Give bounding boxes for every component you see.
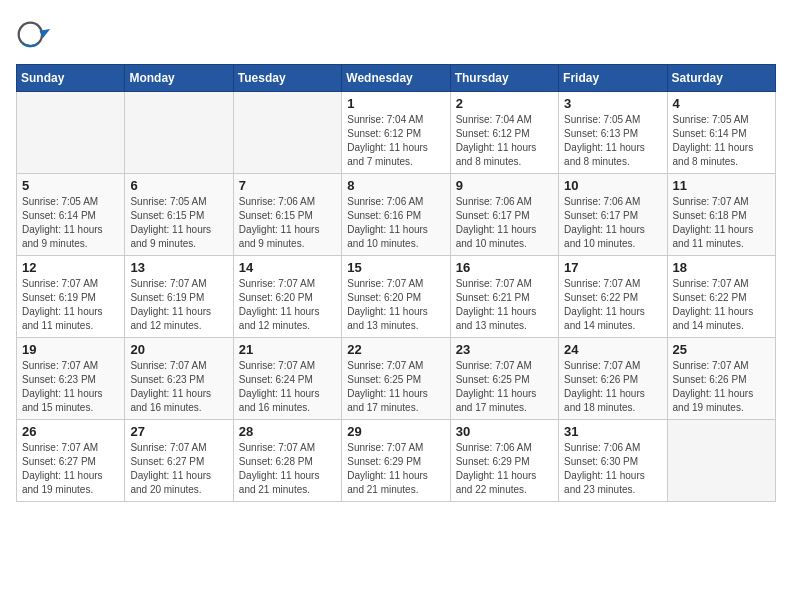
day-number: 18 [673, 260, 770, 275]
day-info: Sunrise: 7:07 AM Sunset: 6:20 PM Dayligh… [347, 277, 444, 333]
day-header-wednesday: Wednesday [342, 65, 450, 92]
day-info: Sunrise: 7:06 AM Sunset: 6:17 PM Dayligh… [564, 195, 661, 251]
day-info: Sunrise: 7:07 AM Sunset: 6:23 PM Dayligh… [130, 359, 227, 415]
calendar-cell [667, 420, 775, 502]
calendar-cell: 24Sunrise: 7:07 AM Sunset: 6:26 PM Dayli… [559, 338, 667, 420]
day-info: Sunrise: 7:06 AM Sunset: 6:29 PM Dayligh… [456, 441, 553, 497]
day-number: 13 [130, 260, 227, 275]
day-number: 24 [564, 342, 661, 357]
day-info: Sunrise: 7:07 AM Sunset: 6:19 PM Dayligh… [22, 277, 119, 333]
calendar-cell: 4Sunrise: 7:05 AM Sunset: 6:14 PM Daylig… [667, 92, 775, 174]
day-number: 2 [456, 96, 553, 111]
calendar-cell: 10Sunrise: 7:06 AM Sunset: 6:17 PM Dayli… [559, 174, 667, 256]
calendar-cell: 17Sunrise: 7:07 AM Sunset: 6:22 PM Dayli… [559, 256, 667, 338]
calendar-table: SundayMondayTuesdayWednesdayThursdayFrid… [16, 64, 776, 502]
calendar-cell: 15Sunrise: 7:07 AM Sunset: 6:20 PM Dayli… [342, 256, 450, 338]
calendar-cell: 8Sunrise: 7:06 AM Sunset: 6:16 PM Daylig… [342, 174, 450, 256]
day-info: Sunrise: 7:07 AM Sunset: 6:21 PM Dayligh… [456, 277, 553, 333]
day-info: Sunrise: 7:06 AM Sunset: 6:17 PM Dayligh… [456, 195, 553, 251]
day-info: Sunrise: 7:07 AM Sunset: 6:25 PM Dayligh… [347, 359, 444, 415]
calendar-week-row: 1Sunrise: 7:04 AM Sunset: 6:12 PM Daylig… [17, 92, 776, 174]
day-info: Sunrise: 7:07 AM Sunset: 6:27 PM Dayligh… [22, 441, 119, 497]
day-info: Sunrise: 7:07 AM Sunset: 6:20 PM Dayligh… [239, 277, 336, 333]
calendar-cell: 29Sunrise: 7:07 AM Sunset: 6:29 PM Dayli… [342, 420, 450, 502]
calendar-cell [125, 92, 233, 174]
day-number: 27 [130, 424, 227, 439]
calendar-cell: 7Sunrise: 7:06 AM Sunset: 6:15 PM Daylig… [233, 174, 341, 256]
day-header-tuesday: Tuesday [233, 65, 341, 92]
day-info: Sunrise: 7:05 AM Sunset: 6:14 PM Dayligh… [22, 195, 119, 251]
day-header-monday: Monday [125, 65, 233, 92]
calendar-cell [17, 92, 125, 174]
day-info: Sunrise: 7:07 AM Sunset: 6:26 PM Dayligh… [673, 359, 770, 415]
day-info: Sunrise: 7:06 AM Sunset: 6:30 PM Dayligh… [564, 441, 661, 497]
calendar-cell: 9Sunrise: 7:06 AM Sunset: 6:17 PM Daylig… [450, 174, 558, 256]
day-number: 11 [673, 178, 770, 193]
day-number: 9 [456, 178, 553, 193]
calendar-header-row: SundayMondayTuesdayWednesdayThursdayFrid… [17, 65, 776, 92]
day-info: Sunrise: 7:05 AM Sunset: 6:14 PM Dayligh… [673, 113, 770, 169]
day-info: Sunrise: 7:07 AM Sunset: 6:18 PM Dayligh… [673, 195, 770, 251]
calendar-cell: 22Sunrise: 7:07 AM Sunset: 6:25 PM Dayli… [342, 338, 450, 420]
calendar-cell: 27Sunrise: 7:07 AM Sunset: 6:27 PM Dayli… [125, 420, 233, 502]
calendar-cell: 5Sunrise: 7:05 AM Sunset: 6:14 PM Daylig… [17, 174, 125, 256]
day-number: 8 [347, 178, 444, 193]
day-number: 29 [347, 424, 444, 439]
calendar-cell [233, 92, 341, 174]
calendar-cell: 14Sunrise: 7:07 AM Sunset: 6:20 PM Dayli… [233, 256, 341, 338]
day-number: 26 [22, 424, 119, 439]
day-number: 22 [347, 342, 444, 357]
day-info: Sunrise: 7:07 AM Sunset: 6:28 PM Dayligh… [239, 441, 336, 497]
day-number: 23 [456, 342, 553, 357]
logo-icon [16, 20, 52, 56]
day-info: Sunrise: 7:04 AM Sunset: 6:12 PM Dayligh… [456, 113, 553, 169]
calendar-cell: 16Sunrise: 7:07 AM Sunset: 6:21 PM Dayli… [450, 256, 558, 338]
day-info: Sunrise: 7:07 AM Sunset: 6:25 PM Dayligh… [456, 359, 553, 415]
day-number: 5 [22, 178, 119, 193]
day-number: 21 [239, 342, 336, 357]
day-number: 12 [22, 260, 119, 275]
calendar-cell: 20Sunrise: 7:07 AM Sunset: 6:23 PM Dayli… [125, 338, 233, 420]
calendar-week-row: 12Sunrise: 7:07 AM Sunset: 6:19 PM Dayli… [17, 256, 776, 338]
calendar-cell: 12Sunrise: 7:07 AM Sunset: 6:19 PM Dayli… [17, 256, 125, 338]
calendar-cell: 23Sunrise: 7:07 AM Sunset: 6:25 PM Dayli… [450, 338, 558, 420]
day-number: 17 [564, 260, 661, 275]
calendar-cell: 19Sunrise: 7:07 AM Sunset: 6:23 PM Dayli… [17, 338, 125, 420]
day-number: 28 [239, 424, 336, 439]
calendar-cell: 3Sunrise: 7:05 AM Sunset: 6:13 PM Daylig… [559, 92, 667, 174]
calendar-cell: 13Sunrise: 7:07 AM Sunset: 6:19 PM Dayli… [125, 256, 233, 338]
day-number: 14 [239, 260, 336, 275]
calendar-cell: 28Sunrise: 7:07 AM Sunset: 6:28 PM Dayli… [233, 420, 341, 502]
calendar-week-row: 19Sunrise: 7:07 AM Sunset: 6:23 PM Dayli… [17, 338, 776, 420]
calendar-cell: 18Sunrise: 7:07 AM Sunset: 6:22 PM Dayli… [667, 256, 775, 338]
calendar-cell: 6Sunrise: 7:05 AM Sunset: 6:15 PM Daylig… [125, 174, 233, 256]
calendar-cell: 11Sunrise: 7:07 AM Sunset: 6:18 PM Dayli… [667, 174, 775, 256]
day-info: Sunrise: 7:07 AM Sunset: 6:22 PM Dayligh… [673, 277, 770, 333]
day-number: 16 [456, 260, 553, 275]
calendar-cell: 2Sunrise: 7:04 AM Sunset: 6:12 PM Daylig… [450, 92, 558, 174]
day-number: 3 [564, 96, 661, 111]
calendar-week-row: 26Sunrise: 7:07 AM Sunset: 6:27 PM Dayli… [17, 420, 776, 502]
day-number: 6 [130, 178, 227, 193]
day-number: 15 [347, 260, 444, 275]
day-info: Sunrise: 7:07 AM Sunset: 6:26 PM Dayligh… [564, 359, 661, 415]
day-info: Sunrise: 7:07 AM Sunset: 6:22 PM Dayligh… [564, 277, 661, 333]
day-info: Sunrise: 7:04 AM Sunset: 6:12 PM Dayligh… [347, 113, 444, 169]
day-number: 7 [239, 178, 336, 193]
logo [16, 20, 56, 56]
day-number: 1 [347, 96, 444, 111]
day-number: 30 [456, 424, 553, 439]
day-number: 10 [564, 178, 661, 193]
day-number: 31 [564, 424, 661, 439]
day-header-saturday: Saturday [667, 65, 775, 92]
day-info: Sunrise: 7:07 AM Sunset: 6:24 PM Dayligh… [239, 359, 336, 415]
day-info: Sunrise: 7:06 AM Sunset: 6:16 PM Dayligh… [347, 195, 444, 251]
calendar-cell: 31Sunrise: 7:06 AM Sunset: 6:30 PM Dayli… [559, 420, 667, 502]
day-info: Sunrise: 7:06 AM Sunset: 6:15 PM Dayligh… [239, 195, 336, 251]
calendar-cell: 30Sunrise: 7:06 AM Sunset: 6:29 PM Dayli… [450, 420, 558, 502]
day-info: Sunrise: 7:05 AM Sunset: 6:13 PM Dayligh… [564, 113, 661, 169]
calendar-cell: 21Sunrise: 7:07 AM Sunset: 6:24 PM Dayli… [233, 338, 341, 420]
calendar-week-row: 5Sunrise: 7:05 AM Sunset: 6:14 PM Daylig… [17, 174, 776, 256]
calendar-cell: 25Sunrise: 7:07 AM Sunset: 6:26 PM Dayli… [667, 338, 775, 420]
day-header-friday: Friday [559, 65, 667, 92]
